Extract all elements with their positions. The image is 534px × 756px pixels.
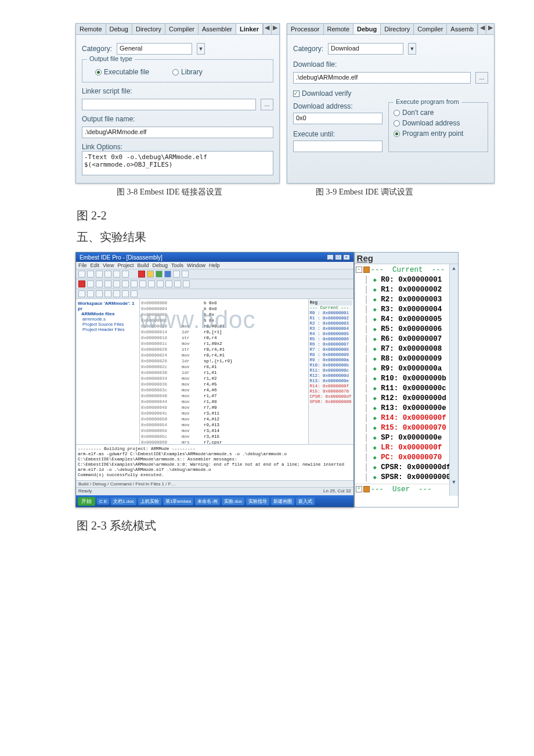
ide-toolbar-2[interactable] — [76, 279, 353, 289]
disasm-row[interactable]: 0x00000034movr1,#2 — [141, 376, 307, 381]
taskbar-item[interactable]: C E — [97, 498, 109, 505]
sidebar-item-1[interactable]: Project Source Files — [82, 322, 138, 327]
disasm-row[interactable]: 0x00000008b 0x — [141, 312, 307, 318]
dropdown-icon-2[interactable]: ▼ — [408, 43, 416, 55]
disasm-row[interactable]: 0x00000018strr0,r4 — [141, 335, 307, 341]
build-line: C:\EmbestIDE\Examples\ARMmode\armmode.s:… — [78, 457, 352, 462]
register-row: │ ◆ SPSR: 0x00000000 — [356, 473, 457, 483]
taskbar-item[interactable]: 未命名-画 — [195, 498, 220, 505]
radio-entry-point-label: Program entry point — [402, 129, 463, 138]
sidebar-item-2[interactable]: Project Header Files — [82, 327, 138, 332]
disasm-row[interactable]: 0x00000050movr4,#12 — [141, 416, 307, 422]
tab-compiler2[interactable]: Compiler — [414, 24, 447, 34]
reg-mini-row: R12: 0x0000000d — [310, 373, 352, 379]
tab-linker[interactable]: Linker — [236, 24, 263, 34]
browse-dlfile-button[interactable]: ... — [475, 72, 488, 84]
disasm-row[interactable]: 0x00000014ldrr0,[r1] — [141, 329, 307, 335]
output-tabs[interactable]: Build / Debug / Command / Find in Files … — [76, 480, 353, 487]
category-select[interactable]: General — [117, 43, 192, 55]
register-pane-body[interactable]: ---- Current --- │ ◆ R0: 0x00000001 │ ◆ … — [355, 264, 458, 496]
disasm-row[interactable]: 0x00000010movr0,#0,#1 — [141, 323, 307, 329]
tab-debug2[interactable]: Debug — [353, 24, 381, 34]
taskbar-item[interactable]: 嵌入式 — [296, 498, 315, 505]
ide-toolbar-1[interactable] — [76, 269, 353, 279]
tab-remote[interactable]: Remote — [76, 24, 106, 34]
register-row: │ ◆ R15: 0x00000070 — [356, 423, 457, 433]
collapse-icon[interactable]: - — [356, 267, 362, 273]
disasm-row[interactable]: 0x00000058movr3,#14 — [141, 428, 307, 434]
disasm-row[interactable]: 0x00000048movr7,#0 — [141, 405, 307, 411]
radio-dont-care[interactable]: Don't care — [394, 109, 483, 117]
register-row: │ ◆ LR: 0x0000000f — [356, 443, 457, 453]
ide-menubar[interactable]: FileEditViewProjectBuildDebugToolsWindow… — [76, 262, 353, 269]
reg-mini-row: R7 : 0x00000008 — [310, 347, 352, 352]
disasm-row[interactable]: 0x00000020strr0,r4,#1 — [141, 347, 307, 352]
reg-group-current: --- Current --- — [371, 266, 445, 274]
chip-icon — [363, 267, 370, 273]
tab-assembler[interactable]: Assembler — [199, 24, 236, 34]
build-line: arm-elf-ld -o .\debug\ARMmode.elf .\debu… — [78, 467, 352, 473]
disasm-row[interactable]: 0x0000002cmovr8,#1 — [141, 364, 307, 370]
expand-icon[interactable]: + — [356, 486, 362, 492]
disasm-row[interactable]: 0x00000028ldrsp!,{r1,r9} — [141, 358, 307, 364]
project-node[interactable]: ARMMode files — [81, 311, 138, 316]
radio-executable[interactable]: Executable file — [95, 68, 149, 76]
tab-directory2[interactable]: Directory — [381, 24, 414, 34]
window-buttons[interactable]: _□× — [327, 254, 350, 260]
taskbar[interactable]: 开始C E 文档1.doc上机实验第1章embes未命名-画实验.doc实验指导… — [76, 495, 353, 507]
disasm-row[interactable]: 0x00000040movr1,#7 — [141, 393, 307, 399]
download-file-input[interactable]: .\debug\ARMmode.elf — [293, 72, 471, 84]
radio-download-address[interactable]: Download address — [394, 119, 483, 127]
linker-script-input[interactable] — [82, 99, 256, 110]
disasm-row[interactable]: 0x00000030ldrr1,#1 — [141, 370, 307, 376]
link-options-textarea[interactable] — [82, 151, 273, 175]
radio-library[interactable]: Library — [172, 68, 203, 76]
taskbar-item[interactable]: 文档1.doc — [111, 498, 136, 505]
disassembly-view[interactable]: 0x00000000b 0x80x00000004b 0x80x00000008… — [140, 299, 308, 444]
disasm-row[interactable]: 0x0000005cmovr3,#15 — [141, 434, 307, 440]
disasm-row[interactable]: 0x00000044movr1,#8 — [141, 399, 307, 405]
disasm-row[interactable]: 0x0000003cmovr4,#6 — [141, 387, 307, 393]
browse-script-button[interactable]: ... — [261, 99, 273, 110]
tab-compiler[interactable]: Compiler — [165, 24, 199, 34]
tab-assemb[interactable]: Assemb — [447, 24, 478, 34]
ide-sidebar[interactable]: Workspace 'ARMmode': 1 pr ARMMode files … — [76, 299, 140, 444]
tab-processor[interactable]: Processor — [287, 24, 324, 34]
ide-toolbar-3[interactable] — [76, 289, 353, 299]
taskbar-item[interactable]: 开始 — [78, 497, 95, 506]
tab-scroll-2[interactable]: ◀▶ — [478, 24, 494, 34]
tab-directory[interactable]: Directory — [132, 24, 165, 34]
radio-executable-label: Executable file — [104, 68, 149, 76]
dropdown-icon[interactable]: ▼ — [197, 43, 205, 55]
taskbar-item[interactable]: 上机实验 — [138, 498, 161, 505]
disasm-row[interactable]: 0x0000000cb 0x — [141, 318, 307, 323]
disasm-row[interactable]: 0x00000024movr0,r4,#1 — [141, 352, 307, 358]
disasm-row[interactable]: 0x0000004cmovr3,#11 — [141, 411, 307, 416]
register-row: │ ◆ R8: 0x00000009 — [356, 354, 457, 364]
status-right: Ln 25, Col 32 — [323, 488, 351, 495]
taskbar-item[interactable]: 实验指导 — [246, 498, 269, 505]
disasm-row[interactable]: 0x00000038movr4,#5 — [141, 381, 307, 387]
taskbar-item[interactable]: 实验.doc — [222, 498, 244, 505]
build-output[interactable]: --------- Building project: ARMMode ----… — [76, 444, 353, 480]
taskbar-item[interactable]: 第1章embes — [163, 498, 193, 505]
disasm-row[interactable]: 0x00000000b 0x8 — [141, 300, 307, 306]
taskbar-item[interactable]: 新建画图 — [271, 498, 294, 505]
download-address-input[interactable]: 0x0 — [293, 113, 383, 124]
tab-debug[interactable]: Debug — [106, 24, 132, 34]
tab-scroll[interactable]: ◀▶ — [263, 24, 279, 34]
disasm-row[interactable]: 0x00000004b 0x8 — [141, 306, 307, 312]
sidebar-item-0[interactable]: armmode.s — [82, 316, 138, 322]
download-verify-checkbox[interactable]: ✓Download verify — [293, 89, 488, 98]
category-select-2[interactable]: Download — [328, 43, 403, 55]
tab-remote2[interactable]: Remote — [324, 24, 354, 34]
scrollbar[interactable] — [449, 264, 458, 496]
output-filename-input[interactable]: .\debug\ARMmode.elf — [82, 127, 273, 138]
execute-until-input[interactable] — [293, 141, 383, 152]
radio-entry-point[interactable]: Program entry point — [394, 129, 483, 138]
disasm-row[interactable]: 0x00000060mrsr7,cpsr — [141, 440, 307, 444]
panel-captions: 图 3-8 Embest IDE 链接器设置 图 3-9 Embest IDE … — [75, 183, 459, 197]
disasm-row[interactable]: 0x00000054movr9,#13 — [141, 422, 307, 428]
register-row: │ ◆ R12: 0x0000000d — [356, 394, 457, 404]
disasm-row[interactable]: 0x0000001cmovr1,#0x2 — [141, 341, 307, 347]
